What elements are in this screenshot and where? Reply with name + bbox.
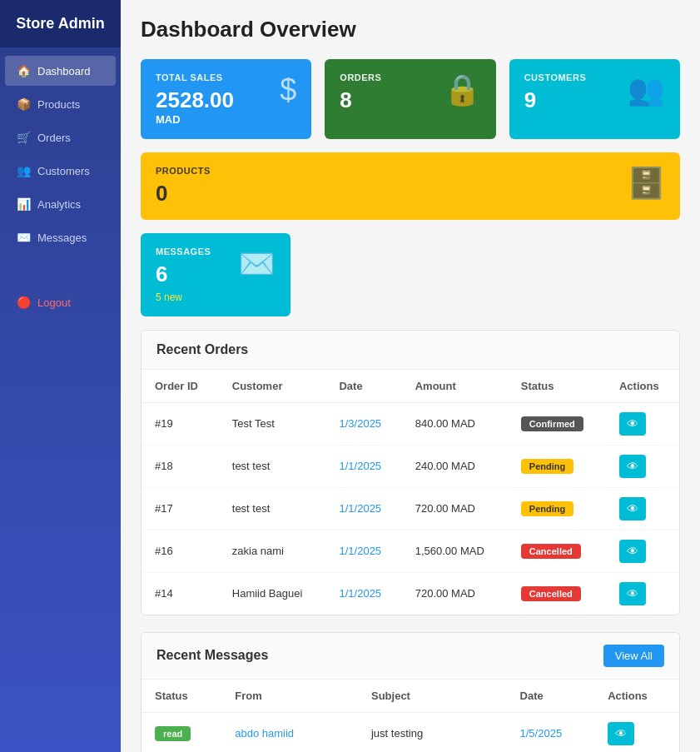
recent-orders-title: Recent Orders: [156, 342, 248, 357]
customer-cell: test test: [219, 445, 326, 487]
recent-messages-header: Recent Messages View All: [141, 633, 679, 680]
sidebar-item-customers[interactable]: 👥 Customers: [5, 156, 116, 186]
stat-label-sales: TOTAL SALES: [156, 72, 234, 82]
customers-stat-icon: 👥: [628, 72, 665, 107]
sidebar-label-orders: Orders: [37, 132, 71, 144]
order-id-cell: #16: [141, 530, 219, 572]
date-cell: 1/1/2025: [325, 487, 401, 530]
date-cell: 1/3/2025: [325, 402, 401, 445]
table-row: read abdo hamiid just testing 1/5/2025 👁: [141, 712, 679, 752]
sidebar: Store Admin 🏠 Dashboard 📦 Products 🛒 Ord…: [0, 0, 121, 752]
view-order-button[interactable]: 👁: [619, 497, 646, 520]
amount-cell: 1,560.00 MAD: [402, 530, 508, 572]
stat-label-customers: CUSTOMERS: [524, 72, 587, 82]
stat-value-customers: 9: [524, 87, 587, 113]
customer-cell: Test Test: [219, 402, 326, 445]
stats-row-1: TOTAL SALES 2528.00 MAD $ ORDERS 8 🔒 CUS…: [141, 59, 680, 220]
stat-label-messages: MESSAGES: [156, 247, 211, 256]
orders-table-header-row: Order ID Customer Date Amount Status Act…: [141, 370, 679, 403]
sidebar-item-orders[interactable]: 🛒 Orders: [5, 122, 116, 152]
sidebar-item-messages[interactable]: ✉️ Messages: [5, 222, 116, 252]
table-row: #16 zakia nami 1/1/2025 1,560.00 MAD Can…: [141, 530, 679, 572]
table-row: #14 Hamiid Baguei 1/1/2025 720.00 MAD Ca…: [141, 572, 679, 615]
status-badge: Cancelled: [521, 586, 581, 601]
logout-icon: 🔴: [17, 296, 31, 309]
status-cell: Pending: [508, 487, 606, 530]
orders-table: Order ID Customer Date Amount Status Act…: [141, 370, 679, 615]
stat-info-customers: CUSTOMERS 9: [524, 72, 587, 113]
sidebar-item-products[interactable]: 📦 Products: [5, 89, 116, 119]
customer-cell: zakia nami: [219, 530, 326, 572]
analytics-icon: 📊: [17, 197, 31, 211]
order-id-cell: #14: [141, 572, 219, 615]
status-cell: Cancelled: [508, 530, 606, 572]
eye-icon: 👁: [627, 502, 638, 515]
recent-orders-header: Recent Orders: [141, 331, 679, 370]
stat-value-messages: 6: [156, 261, 211, 287]
orders-stat-icon: 🔒: [444, 72, 481, 107]
recent-messages-panel: Recent Messages View All Status From Sub…: [141, 632, 680, 752]
sidebar-label-products: Products: [37, 98, 80, 111]
view-order-button[interactable]: 👁: [619, 455, 646, 478]
table-row: #18 test test 1/1/2025 240.00 MAD Pendin…: [141, 445, 679, 487]
col-actions: Actions: [606, 370, 679, 403]
view-order-button[interactable]: 👁: [619, 582, 646, 605]
sidebar-label-messages: Messages: [37, 232, 87, 244]
col-msg-status: Status: [141, 680, 221, 713]
view-all-button[interactable]: View All: [603, 645, 664, 667]
order-id-cell: #17: [141, 487, 219, 530]
actions-cell: 👁: [606, 530, 679, 572]
messages-stat-icon: ✉️: [238, 247, 276, 281]
amount-cell: 720.00 MAD: [402, 572, 508, 615]
products-icon: 📦: [17, 97, 31, 111]
view-order-button[interactable]: 👁: [619, 412, 646, 436]
msg-actions-cell: 👁: [594, 712, 679, 752]
customer-cell: test test: [219, 487, 326, 530]
msg-from-cell: abdo hamiid: [221, 712, 358, 752]
actions-cell: 👁: [606, 402, 679, 445]
customer-cell: Hamiid Baguei: [219, 572, 326, 615]
stat-info-sales: TOTAL SALES 2528.00 MAD: [156, 72, 234, 126]
date-cell: 1/1/2025: [325, 572, 401, 615]
actions-cell: 👁: [606, 487, 679, 530]
amount-cell: 840.00 MAD: [402, 402, 508, 445]
table-row: #17 test test 1/1/2025 720.00 MAD Pendin…: [141, 487, 679, 530]
eye-icon: 👁: [627, 545, 638, 558]
stat-value-orders: 8: [340, 87, 381, 113]
col-msg-from: From: [221, 680, 358, 713]
eye-icon: 👁: [627, 460, 638, 473]
dollar-icon: $: [280, 72, 296, 107]
stat-info-messages: MESSAGES 6 5 new: [156, 247, 211, 302]
amount-cell: 720.00 MAD: [402, 487, 508, 530]
col-msg-subject: Subject: [358, 680, 507, 713]
order-id-cell: #19: [141, 402, 219, 445]
main-content: Dashboard Overview TOTAL SALES 2528.00 M…: [121, 0, 700, 752]
orders-icon: 🛒: [17, 131, 31, 144]
sidebar-label-dashboard: Dashboard: [37, 65, 91, 77]
stat-sub-sales: MAD: [156, 113, 234, 126]
status-badge: Pending: [521, 459, 573, 474]
customers-icon: 👥: [17, 164, 31, 177]
col-date: Date: [325, 370, 401, 403]
col-customer: Customer: [219, 370, 326, 403]
sidebar-label-analytics: Analytics: [37, 198, 81, 211]
stat-label-products: PRODUCTS: [156, 166, 211, 176]
stats-row-2: MESSAGES 6 5 new ✉️: [141, 233, 680, 316]
view-message-button[interactable]: 👁: [608, 722, 634, 745]
page-title: Dashboard Overview: [141, 17, 680, 42]
eye-icon: 👁: [627, 587, 638, 600]
sidebar-item-logout[interactable]: 🔴 Logout: [5, 287, 116, 317]
status-cell: Cancelled: [508, 572, 606, 615]
sidebar-item-dashboard[interactable]: 🏠 Dashboard: [5, 56, 116, 86]
messages-icon: ✉️: [17, 231, 31, 244]
sidebar-item-analytics[interactable]: 📊 Analytics: [5, 189, 116, 219]
messages-table: Status From Subject Date Actions read ab…: [141, 680, 679, 752]
col-msg-date: Date: [507, 680, 595, 713]
msg-subject-cell: just testing: [358, 712, 507, 752]
col-status: Status: [508, 370, 606, 403]
stat-value-products: 0: [156, 181, 211, 207]
recent-messages-title: Recent Messages: [156, 648, 268, 663]
view-order-button[interactable]: 👁: [619, 540, 646, 563]
eye-icon: 👁: [627, 417, 638, 431]
status-badge: Confirmed: [521, 416, 583, 431]
